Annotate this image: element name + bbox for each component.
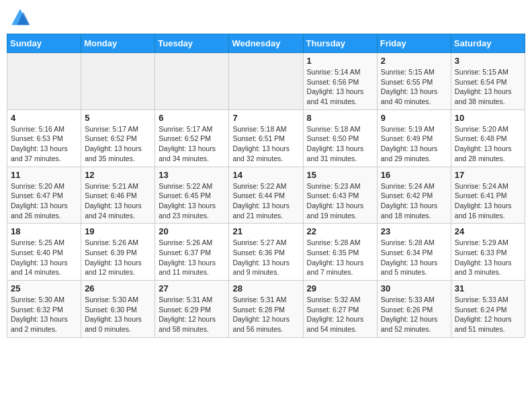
calendar-cell: 18Sunrise: 5:25 AM Sunset: 6:40 PM Dayli… <box>7 224 81 281</box>
day-info: Sunrise: 5:20 AM Sunset: 6:47 PM Dayligh… <box>11 181 77 221</box>
calendar-cell: 20Sunrise: 5:26 AM Sunset: 6:37 PM Dayli… <box>155 224 229 281</box>
day-info: Sunrise: 5:17 AM Sunset: 6:52 PM Dayligh… <box>159 124 225 164</box>
cell-content: 22Sunrise: 5:28 AM Sunset: 6:35 PM Dayli… <box>307 226 373 277</box>
calendar: SundayMondayTuesdayWednesdayThursdayFrid… <box>7 34 525 338</box>
days-of-week-row: SundayMondayTuesdayWednesdayThursdayFrid… <box>7 34 525 53</box>
calendar-cell: 22Sunrise: 5:28 AM Sunset: 6:35 PM Dayli… <box>303 224 377 281</box>
cell-content: 8Sunrise: 5:18 AM Sunset: 6:50 PM Daylig… <box>307 113 373 164</box>
day-number: 22 <box>307 226 373 236</box>
day-info: Sunrise: 5:24 AM Sunset: 6:41 PM Dayligh… <box>455 181 521 221</box>
day-number: 31 <box>455 283 521 293</box>
day-number: 3 <box>455 56 521 66</box>
day-number: 24 <box>455 226 521 236</box>
day-info: Sunrise: 5:18 AM Sunset: 6:50 PM Dayligh… <box>307 124 373 164</box>
day-info: Sunrise: 5:14 AM Sunset: 6:56 PM Dayligh… <box>307 67 373 107</box>
cell-content: 10Sunrise: 5:20 AM Sunset: 6:48 PM Dayli… <box>455 113 521 164</box>
day-of-week-tuesday: Tuesday <box>155 34 229 53</box>
day-number: 10 <box>455 113 521 123</box>
day-number: 17 <box>455 170 521 180</box>
day-info: Sunrise: 5:31 AM Sunset: 6:28 PM Dayligh… <box>232 295 299 334</box>
day-number: 18 <box>11 226 77 236</box>
calendar-cell: 27Sunrise: 5:31 AM Sunset: 6:29 PM Dayli… <box>155 281 229 338</box>
day-number: 21 <box>232 226 299 236</box>
day-number: 15 <box>307 170 373 180</box>
day-info: Sunrise: 5:26 AM Sunset: 6:39 PM Dayligh… <box>85 238 151 277</box>
cell-content: 6Sunrise: 5:17 AM Sunset: 6:52 PM Daylig… <box>159 113 225 164</box>
calendar-cell: 11Sunrise: 5:20 AM Sunset: 6:47 PM Dayli… <box>7 167 81 224</box>
day-info: Sunrise: 5:20 AM Sunset: 6:48 PM Dayligh… <box>455 124 521 164</box>
day-info: Sunrise: 5:30 AM Sunset: 6:32 PM Dayligh… <box>11 295 77 334</box>
cell-content: 11Sunrise: 5:20 AM Sunset: 6:47 PM Dayli… <box>11 170 77 221</box>
calendar-body: 1Sunrise: 5:14 AM Sunset: 6:56 PM Daylig… <box>7 53 525 338</box>
day-info: Sunrise: 5:32 AM Sunset: 6:27 PM Dayligh… <box>307 295 373 334</box>
cell-content: 28Sunrise: 5:31 AM Sunset: 6:28 PM Dayli… <box>232 283 299 334</box>
week-row-2: 11Sunrise: 5:20 AM Sunset: 6:47 PM Dayli… <box>7 167 525 224</box>
cell-content: 15Sunrise: 5:23 AM Sunset: 6:43 PM Dayli… <box>307 170 373 221</box>
calendar-cell: 9Sunrise: 5:19 AM Sunset: 6:49 PM Daylig… <box>377 109 451 167</box>
logo-icon <box>9 7 31 28</box>
cell-content: 21Sunrise: 5:27 AM Sunset: 6:36 PM Dayli… <box>232 226 299 277</box>
cell-content: 1Sunrise: 5:14 AM Sunset: 6:56 PM Daylig… <box>307 56 373 107</box>
calendar-cell: 16Sunrise: 5:24 AM Sunset: 6:42 PM Dayli… <box>377 167 451 224</box>
day-info: Sunrise: 5:25 AM Sunset: 6:40 PM Dayligh… <box>11 238 77 277</box>
day-of-week-sunday: Sunday <box>7 34 81 53</box>
cell-content: 7Sunrise: 5:18 AM Sunset: 6:51 PM Daylig… <box>232 113 299 164</box>
cell-content: 24Sunrise: 5:29 AM Sunset: 6:33 PM Dayli… <box>455 226 521 277</box>
day-info: Sunrise: 5:33 AM Sunset: 6:26 PM Dayligh… <box>381 295 447 334</box>
day-info: Sunrise: 5:29 AM Sunset: 6:33 PM Dayligh… <box>455 238 521 277</box>
day-number: 29 <box>307 283 373 293</box>
day-number: 2 <box>381 56 447 66</box>
cell-content: 19Sunrise: 5:26 AM Sunset: 6:39 PM Dayli… <box>85 226 151 277</box>
cell-content: 9Sunrise: 5:19 AM Sunset: 6:49 PM Daylig… <box>381 113 447 164</box>
day-number: 12 <box>85 170 151 180</box>
calendar-cell <box>7 53 81 110</box>
day-info: Sunrise: 5:30 AM Sunset: 6:30 PM Dayligh… <box>85 295 151 334</box>
calendar-cell: 19Sunrise: 5:26 AM Sunset: 6:39 PM Dayli… <box>81 224 155 281</box>
day-of-week-friday: Friday <box>377 34 451 53</box>
calendar-cell <box>229 53 303 110</box>
calendar-cell: 6Sunrise: 5:17 AM Sunset: 6:52 PM Daylig… <box>155 109 229 167</box>
day-info: Sunrise: 5:18 AM Sunset: 6:51 PM Dayligh… <box>232 124 299 164</box>
cell-content: 29Sunrise: 5:32 AM Sunset: 6:27 PM Dayli… <box>307 283 373 334</box>
day-number: 8 <box>307 113 373 123</box>
logo <box>9 7 34 28</box>
cell-content: 31Sunrise: 5:33 AM Sunset: 6:24 PM Dayli… <box>455 283 521 334</box>
day-number: 4 <box>11 113 77 123</box>
day-info: Sunrise: 5:22 AM Sunset: 6:45 PM Dayligh… <box>159 181 225 221</box>
calendar-cell: 2Sunrise: 5:15 AM Sunset: 6:55 PM Daylig… <box>377 53 451 110</box>
calendar-cell: 24Sunrise: 5:29 AM Sunset: 6:33 PM Dayli… <box>451 224 525 281</box>
cell-content: 16Sunrise: 5:24 AM Sunset: 6:42 PM Dayli… <box>381 170 447 221</box>
day-number: 27 <box>159 283 225 293</box>
calendar-header: SundayMondayTuesdayWednesdayThursdayFrid… <box>7 34 525 53</box>
day-info: Sunrise: 5:28 AM Sunset: 6:34 PM Dayligh… <box>381 238 447 277</box>
cell-content: 4Sunrise: 5:16 AM Sunset: 6:53 PM Daylig… <box>11 113 77 164</box>
day-number: 25 <box>11 283 77 293</box>
calendar-cell: 29Sunrise: 5:32 AM Sunset: 6:27 PM Dayli… <box>303 281 377 338</box>
calendar-cell: 25Sunrise: 5:30 AM Sunset: 6:32 PM Dayli… <box>7 281 81 338</box>
day-of-week-saturday: Saturday <box>451 34 525 53</box>
day-number: 30 <box>381 283 447 293</box>
day-info: Sunrise: 5:31 AM Sunset: 6:29 PM Dayligh… <box>159 295 225 334</box>
day-info: Sunrise: 5:23 AM Sunset: 6:43 PM Dayligh… <box>307 181 373 221</box>
day-of-week-thursday: Thursday <box>303 34 377 53</box>
calendar-cell: 17Sunrise: 5:24 AM Sunset: 6:41 PM Dayli… <box>451 167 525 224</box>
day-info: Sunrise: 5:21 AM Sunset: 6:46 PM Dayligh… <box>85 181 151 221</box>
cell-content: 13Sunrise: 5:22 AM Sunset: 6:45 PM Dayli… <box>159 170 225 221</box>
calendar-cell <box>81 53 155 110</box>
cell-content: 25Sunrise: 5:30 AM Sunset: 6:32 PM Dayli… <box>11 283 77 334</box>
week-row-3: 18Sunrise: 5:25 AM Sunset: 6:40 PM Dayli… <box>7 224 525 281</box>
day-number: 14 <box>232 170 299 180</box>
calendar-cell: 31Sunrise: 5:33 AM Sunset: 6:24 PM Dayli… <box>451 281 525 338</box>
calendar-cell: 5Sunrise: 5:17 AM Sunset: 6:52 PM Daylig… <box>81 109 155 167</box>
cell-content: 20Sunrise: 5:26 AM Sunset: 6:37 PM Dayli… <box>159 226 225 277</box>
day-number: 1 <box>307 56 373 66</box>
calendar-cell: 14Sunrise: 5:22 AM Sunset: 6:44 PM Dayli… <box>229 167 303 224</box>
cell-content: 30Sunrise: 5:33 AM Sunset: 6:26 PM Dayli… <box>381 283 447 334</box>
week-row-0: 1Sunrise: 5:14 AM Sunset: 6:56 PM Daylig… <box>7 53 525 110</box>
day-number: 6 <box>159 113 225 123</box>
calendar-cell: 21Sunrise: 5:27 AM Sunset: 6:36 PM Dayli… <box>229 224 303 281</box>
cell-content: 12Sunrise: 5:21 AM Sunset: 6:46 PM Dayli… <box>85 170 151 221</box>
header <box>7 7 525 28</box>
day-of-week-wednesday: Wednesday <box>229 34 303 53</box>
cell-content: 17Sunrise: 5:24 AM Sunset: 6:41 PM Dayli… <box>455 170 521 221</box>
